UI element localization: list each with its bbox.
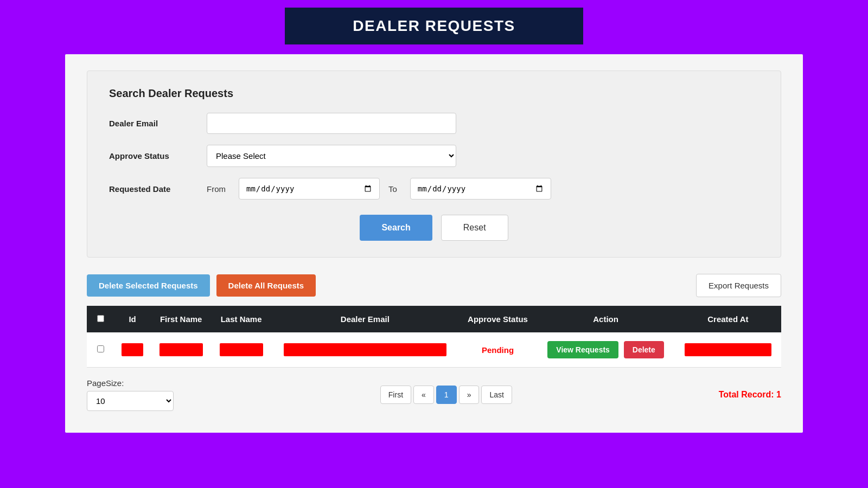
delete-selected-button[interactable]: Delete Selected Requests	[87, 274, 210, 297]
current-page-button[interactable]: 1	[436, 386, 457, 404]
col-id: Id	[114, 306, 151, 332]
row-first-name	[151, 332, 211, 368]
delete-row-button[interactable]: Delete	[624, 341, 664, 358]
requested-date-label: Requested Date	[109, 184, 207, 194]
approve-status-label: Approve Status	[109, 151, 207, 160]
col-dealer-email: Dealer Email	[271, 306, 459, 332]
row-action: View Requests Delete	[537, 332, 674, 368]
dealer-email-redacted	[284, 343, 446, 356]
data-table: Id First Name Last Name Dealer Email App…	[87, 306, 781, 368]
view-requests-button[interactable]: View Requests	[547, 341, 618, 358]
from-label: From	[207, 184, 226, 194]
search-buttons: Search Reset	[109, 215, 759, 241]
row-dealer-email	[271, 332, 459, 368]
to-label: To	[388, 184, 397, 194]
dealer-email-input[interactable]	[207, 113, 456, 134]
col-approve-status: Approve Status	[459, 306, 537, 332]
page-size-label: PageSize:	[87, 378, 174, 388]
total-record-value: 1	[776, 390, 781, 399]
search-section: Search Dealer Requests Dealer Email Appr…	[87, 70, 781, 258]
col-action: Action	[537, 306, 674, 332]
table-row: Pending View Requests Delete	[87, 332, 781, 368]
page-title: DEALER REQUESTS	[307, 17, 561, 35]
page-header: DEALER REQUESTS	[285, 8, 583, 44]
row-created-at	[675, 332, 781, 368]
next-page-button[interactable]: »	[459, 386, 480, 404]
search-button[interactable]: Search	[360, 215, 432, 241]
approve-status-row: Approve Status Please Select Pending App…	[109, 145, 759, 167]
prev-page-button[interactable]: «	[413, 386, 434, 404]
pagination-row: PageSize: 10 25 50 100 First « 1 » Last …	[87, 378, 781, 411]
col-created-at: Created At	[675, 306, 781, 332]
pagination-controls: First « 1 » Last	[380, 386, 512, 404]
requested-date-row: Requested Date From To	[109, 178, 759, 200]
id-redacted	[122, 343, 143, 356]
date-from-input[interactable]	[239, 178, 380, 200]
main-container: Search Dealer Requests Dealer Email Appr…	[65, 54, 803, 433]
row-last-name	[211, 332, 271, 368]
dealer-email-label: Dealer Email	[109, 119, 207, 128]
export-button[interactable]: Export Requests	[696, 274, 781, 297]
table-header-row: Id First Name Last Name Dealer Email App…	[87, 306, 781, 332]
first-page-button[interactable]: First	[380, 386, 411, 404]
search-section-title: Search Dealer Requests	[109, 87, 759, 100]
created-at-redacted	[685, 343, 771, 356]
date-to-input[interactable]	[410, 178, 551, 200]
action-buttons-left: Delete Selected Requests Delete All Requ…	[87, 274, 316, 297]
page-size-select[interactable]: 10 25 50 100	[87, 391, 174, 411]
status-badge: Pending	[482, 345, 514, 355]
last-name-redacted	[220, 343, 263, 356]
row-id	[114, 332, 151, 368]
row-approve-status: Pending	[459, 332, 537, 368]
select-all-checkbox[interactable]	[97, 315, 104, 322]
date-range: From To	[207, 178, 551, 200]
total-record-label: Total Record:	[719, 390, 774, 399]
total-record: Total Record: 1	[719, 390, 781, 400]
col-first-name: First Name	[151, 306, 211, 332]
dealer-email-row: Dealer Email	[109, 113, 759, 134]
select-all-header	[87, 306, 114, 332]
delete-all-button[interactable]: Delete All Requests	[216, 274, 316, 297]
first-name-redacted	[159, 343, 203, 356]
row-checkbox[interactable]	[97, 345, 104, 352]
approve-status-select[interactable]: Please Select Pending Approved Rejected	[207, 145, 456, 167]
reset-button[interactable]: Reset	[441, 215, 508, 241]
row-checkbox-cell	[87, 332, 114, 368]
last-page-button[interactable]: Last	[481, 386, 512, 404]
col-last-name: Last Name	[211, 306, 271, 332]
page-size-section: PageSize: 10 25 50 100	[87, 378, 174, 411]
table-actions: Delete Selected Requests Delete All Requ…	[87, 274, 781, 297]
